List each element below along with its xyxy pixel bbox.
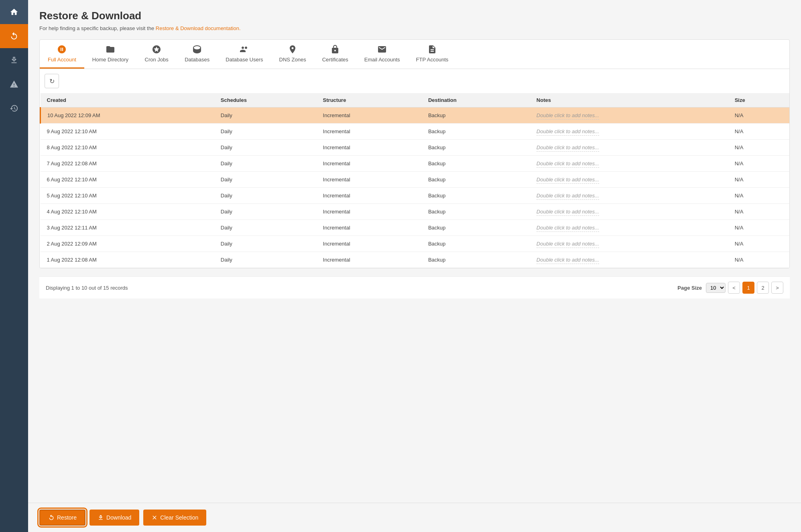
tab-home-directory[interactable]: Home Directory bbox=[84, 40, 136, 69]
tab-ftp-accounts[interactable]: FTP Accounts bbox=[408, 40, 457, 69]
cell-notes[interactable]: Double click to add notes... bbox=[530, 204, 728, 220]
col-structure: Structure bbox=[317, 93, 422, 108]
display-count: Displaying 1 to 10 out of 15 records bbox=[46, 285, 128, 291]
cell-destination: Backup bbox=[422, 156, 530, 172]
sidebar-item-alert[interactable] bbox=[0, 72, 28, 96]
cell-notes[interactable]: Double click to add notes... bbox=[530, 172, 728, 188]
notes-text: Double click to add notes... bbox=[537, 128, 599, 136]
table-row[interactable]: 8 Aug 2022 12:10 AMDailyIncrementalBacku… bbox=[41, 140, 790, 156]
cell-notes[interactable]: Double click to add notes... bbox=[530, 220, 728, 236]
help-text: For help finding a specific backup, plea… bbox=[39, 25, 790, 31]
col-destination: Destination bbox=[422, 93, 530, 108]
content-area: Restore & Download For help finding a sp… bbox=[28, 0, 801, 503]
cell-destination: Backup bbox=[422, 108, 530, 124]
cell-size: N/A bbox=[728, 204, 789, 220]
table-row[interactable]: 6 Aug 2022 12:10 AMDailyIncrementalBacku… bbox=[41, 172, 790, 188]
notes-text: Double click to add notes... bbox=[537, 257, 599, 264]
cell-size: N/A bbox=[728, 124, 789, 140]
cell-notes[interactable]: Double click to add notes... bbox=[530, 188, 728, 204]
sidebar-item-history[interactable] bbox=[0, 96, 28, 120]
cell-size: N/A bbox=[728, 108, 789, 124]
download-button[interactable]: Download bbox=[89, 510, 139, 526]
cell-schedules: Daily bbox=[214, 140, 317, 156]
tab-cron-jobs[interactable]: Cron Jobs bbox=[136, 40, 177, 69]
cell-notes[interactable]: Double click to add notes... bbox=[530, 252, 728, 268]
table-row[interactable]: 9 Aug 2022 12:10 AMDailyIncrementalBacku… bbox=[41, 124, 790, 140]
tab-email-accounts[interactable]: Email Accounts bbox=[356, 40, 408, 69]
cell-size: N/A bbox=[728, 140, 789, 156]
cell-structure: Incremental bbox=[317, 124, 422, 140]
cell-notes[interactable]: Double click to add notes... bbox=[530, 124, 728, 140]
cell-size: N/A bbox=[728, 172, 789, 188]
notes-text: Double click to add notes... bbox=[537, 225, 599, 232]
tab-databases[interactable]: Databases bbox=[177, 40, 218, 69]
tab-database-users[interactable]: Database Users bbox=[218, 40, 271, 69]
cell-structure: Incremental bbox=[317, 188, 422, 204]
cell-notes[interactable]: Double click to add notes... bbox=[530, 236, 728, 252]
cell-created: 3 Aug 2022 12:11 AM bbox=[41, 220, 214, 236]
cell-notes[interactable]: Double click to add notes... bbox=[530, 108, 728, 124]
sidebar-item-home[interactable] bbox=[0, 0, 28, 24]
tab-certificates[interactable]: Certificates bbox=[314, 40, 356, 69]
cell-created: 1 Aug 2022 12:08 AM bbox=[41, 252, 214, 268]
notes-text: Double click to add notes... bbox=[537, 177, 599, 184]
backup-table: Created Schedules Structure Destination … bbox=[40, 93, 789, 268]
cell-created: 10 Aug 2022 12:09 AM bbox=[41, 108, 214, 124]
cell-schedules: Daily bbox=[214, 108, 317, 124]
tab-dns-zones[interactable]: DNS Zones bbox=[271, 40, 314, 69]
cell-structure: Incremental bbox=[317, 220, 422, 236]
page-1-button[interactable]: 1 bbox=[742, 282, 754, 294]
cell-created: 8 Aug 2022 12:10 AM bbox=[41, 140, 214, 156]
cell-size: N/A bbox=[728, 220, 789, 236]
cell-structure: Incremental bbox=[317, 236, 422, 252]
col-created: Created bbox=[41, 93, 214, 108]
refresh-button[interactable]: ↻ bbox=[45, 74, 59, 88]
cell-size: N/A bbox=[728, 236, 789, 252]
table-row[interactable]: 5 Aug 2022 12:10 AMDailyIncrementalBacku… bbox=[41, 188, 790, 204]
sidebar-item-restore[interactable] bbox=[0, 24, 28, 48]
cell-schedules: Daily bbox=[214, 236, 317, 252]
cell-size: N/A bbox=[728, 188, 789, 204]
help-link[interactable]: Restore & Download documentation. bbox=[156, 25, 241, 31]
cell-created: 4 Aug 2022 12:10 AM bbox=[41, 204, 214, 220]
cell-created: 2 Aug 2022 12:09 AM bbox=[41, 236, 214, 252]
table-body: 10 Aug 2022 12:09 AMDailyIncrementalBack… bbox=[41, 108, 790, 268]
cell-structure: Incremental bbox=[317, 204, 422, 220]
prev-page-button[interactable]: < bbox=[728, 282, 740, 294]
page-title: Restore & Download bbox=[39, 10, 790, 22]
notes-text: Double click to add notes... bbox=[537, 144, 599, 152]
notes-text: Double click to add notes... bbox=[537, 209, 599, 216]
page-2-button[interactable]: 2 bbox=[757, 282, 769, 294]
cell-created: 9 Aug 2022 12:10 AM bbox=[41, 124, 214, 140]
table-row[interactable]: 4 Aug 2022 12:10 AMDailyIncrementalBacku… bbox=[41, 204, 790, 220]
table-row[interactable]: 3 Aug 2022 12:11 AMDailyIncrementalBacku… bbox=[41, 220, 790, 236]
page-size-select[interactable]: 10 25 50 bbox=[706, 283, 726, 293]
table-row[interactable]: 2 Aug 2022 12:09 AMDailyIncrementalBacku… bbox=[41, 236, 790, 252]
cell-notes[interactable]: Double click to add notes... bbox=[530, 156, 728, 172]
cell-schedules: Daily bbox=[214, 252, 317, 268]
cell-destination: Backup bbox=[422, 236, 530, 252]
tab-full-account[interactable]: Full Account bbox=[40, 40, 84, 69]
sidebar-item-download[interactable] bbox=[0, 48, 28, 72]
cell-created: 5 Aug 2022 12:10 AM bbox=[41, 188, 214, 204]
cell-schedules: Daily bbox=[214, 188, 317, 204]
cell-created: 7 Aug 2022 12:08 AM bbox=[41, 156, 214, 172]
cell-destination: Backup bbox=[422, 124, 530, 140]
cell-structure: Incremental bbox=[317, 140, 422, 156]
notes-text: Double click to add notes... bbox=[537, 160, 599, 168]
next-page-button[interactable]: > bbox=[771, 282, 783, 294]
cell-size: N/A bbox=[728, 252, 789, 268]
table-header-row: Created Schedules Structure Destination … bbox=[41, 93, 790, 108]
table-row[interactable]: 1 Aug 2022 12:08 AMDailyIncrementalBacku… bbox=[41, 252, 790, 268]
cell-notes[interactable]: Double click to add notes... bbox=[530, 140, 728, 156]
cell-structure: Incremental bbox=[317, 108, 422, 124]
main-content: Restore & Download For help finding a sp… bbox=[28, 0, 801, 532]
cell-structure: Incremental bbox=[317, 156, 422, 172]
notes-text: Double click to add notes... bbox=[537, 241, 599, 248]
clear-selection-button[interactable]: Clear Selection bbox=[143, 510, 206, 526]
action-bar: Restore Download Clear Selection bbox=[28, 503, 801, 532]
table-row[interactable]: 7 Aug 2022 12:08 AMDailyIncrementalBacku… bbox=[41, 156, 790, 172]
restore-button[interactable]: Restore bbox=[39, 510, 85, 526]
table-row[interactable]: 10 Aug 2022 12:09 AMDailyIncrementalBack… bbox=[41, 108, 790, 124]
pagination-controls: Page Size 10 25 50 < 1 2 > bbox=[677, 282, 783, 294]
